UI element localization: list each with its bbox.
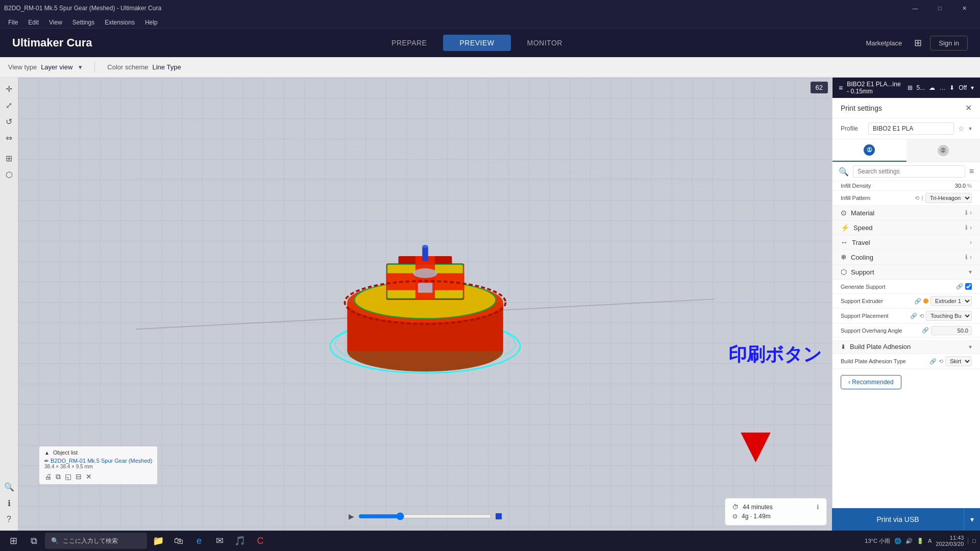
panel-spacer xyxy=(832,395,980,457)
support-extruder-row: Support Extruder 🔗 Extruder 1 xyxy=(832,294,980,309)
search-input[interactable] xyxy=(853,165,965,178)
grid-icon[interactable]: ⊞ xyxy=(914,37,922,48)
material-section-name: Material xyxy=(851,209,965,217)
tool-scale[interactable]: ⤢ xyxy=(2,98,16,112)
infill-pattern-link2[interactable]: ⟨ xyxy=(921,195,923,202)
start-button[interactable]: ⊞ xyxy=(4,532,22,550)
build-plate-icon: ⬇ xyxy=(841,343,846,350)
menu-view[interactable]: View xyxy=(45,18,66,27)
recommended-button[interactable]: ‹ Recommended xyxy=(841,375,901,389)
print-button-area: Print via USB ▾ xyxy=(832,508,980,531)
profile-star[interactable]: ☆ xyxy=(958,124,965,133)
taskbar-explorer[interactable]: 📁 xyxy=(149,532,167,550)
build-plate-link1[interactable]: 🔗 xyxy=(929,358,937,365)
material-chevron-icon[interactable]: › xyxy=(970,209,972,216)
tool-mirror[interactable]: ⇔ xyxy=(2,131,16,145)
menu-settings[interactable]: Settings xyxy=(68,18,99,27)
extruder-1-tab[interactable]: ① xyxy=(832,139,906,162)
material-usage-row: ⊙ 4g · 1.49m xyxy=(732,513,819,520)
taskbar-store[interactable]: 🛍 xyxy=(169,532,188,550)
cooling-section-header[interactable]: ❄ Cooling ℹ › xyxy=(832,250,980,265)
play-button[interactable]: ▶ xyxy=(349,512,354,520)
menu-help[interactable]: Help xyxy=(141,18,162,27)
3d-viewport[interactable]: 62 ▶ ▲ Object list ✏ B2DO_RM-01 Mk.5 Spu… xyxy=(18,78,832,531)
printer-chevron[interactable]: ▾ xyxy=(971,84,974,91)
support-extruder-select[interactable]: Extruder 1 xyxy=(930,296,972,306)
taskbar-edge[interactable]: e xyxy=(190,532,208,550)
layer-range-input[interactable] xyxy=(358,512,492,520)
view-type-label: View type xyxy=(8,63,37,71)
profile-input[interactable] xyxy=(868,122,954,135)
tool-help[interactable]: ? xyxy=(2,512,16,527)
object-tool-3[interactable]: ◱ xyxy=(65,472,71,481)
close-button[interactable]: ✕ xyxy=(952,0,976,16)
print-dropdown-button[interactable]: ▾ xyxy=(964,508,980,531)
marketplace-button[interactable]: Marketplace xyxy=(862,37,906,49)
infill-density-unit: % xyxy=(967,183,972,189)
taskbar-app1[interactable]: 🎵 xyxy=(231,532,249,550)
support-chevron-icon[interactable]: ▾ xyxy=(969,268,972,276)
taskbar-mail[interactable]: ✉ xyxy=(210,532,229,550)
material-section-header[interactable]: ⊙ Material ℹ › xyxy=(832,206,980,220)
speed-section-header[interactable]: ⚡ Speed ℹ › xyxy=(832,220,980,235)
maximize-button[interactable]: □ xyxy=(928,0,951,16)
build-plate-section-header[interactable]: ⬇ Build Plate Adhesion ▾ xyxy=(832,340,980,354)
object-tool-4[interactable]: ⊟ xyxy=(76,472,82,481)
taskbar-app2[interactable]: C xyxy=(251,532,270,550)
generate-support-link[interactable]: 🔗 xyxy=(956,283,963,290)
view-type-chevron[interactable]: ▾ xyxy=(79,63,82,71)
taskview-button[interactable]: ⧉ xyxy=(24,532,43,550)
settings-menu-icon[interactable]: ≡ xyxy=(969,167,974,176)
cooling-info-icon[interactable]: ℹ xyxy=(965,254,968,261)
speed-info-icon[interactable]: ℹ xyxy=(965,224,968,231)
object-tool-5[interactable]: ✕ xyxy=(86,472,92,481)
speed-chevron-icon[interactable]: › xyxy=(970,224,972,231)
tool-zoom-out[interactable]: 🔍 xyxy=(2,480,16,494)
signin-button[interactable]: Sign in xyxy=(930,36,968,51)
minimize-button[interactable]: — xyxy=(903,0,927,16)
profile-chevron[interactable]: ▾ xyxy=(969,125,972,132)
menu-extensions[interactable]: Extensions xyxy=(101,18,139,27)
tool-move[interactable]: ✛ xyxy=(2,82,16,96)
print-via-usb-button[interactable]: Print via USB xyxy=(832,508,964,531)
material-info-icon[interactable]: ℹ xyxy=(965,209,968,216)
object-tool-1[interactable]: 🖨 xyxy=(44,472,52,481)
profile-row: Profile ☆ ▾ xyxy=(832,118,980,139)
tool-rotate[interactable]: ↺ xyxy=(2,114,16,129)
tab-preview[interactable]: PREVIEW xyxy=(443,35,510,51)
extruder-2-tab[interactable]: ② xyxy=(906,139,981,162)
print-time-panel: ⏱ 44 minutes ℹ ⊙ 4g · 1.49m xyxy=(725,498,827,525)
taskbar-search[interactable]: 🔍 ここに入力して検索 xyxy=(45,533,147,549)
support-placement-link1[interactable]: 🔗 xyxy=(910,313,917,319)
app-logo: Ultimaker Cura xyxy=(12,36,92,49)
tab-monitor[interactable]: MONITOR xyxy=(511,35,579,51)
support-extruder-link[interactable]: 🔗 xyxy=(914,298,921,305)
build-plate-chevron-icon[interactable]: ▾ xyxy=(969,343,972,350)
settings-search: 🔍 ≡ xyxy=(832,162,980,181)
print-settings-close[interactable]: ✕ xyxy=(965,103,972,113)
support-section-header[interactable]: ⬡ Support ▾ xyxy=(832,265,980,280)
object-tool-2[interactable]: ⧉ xyxy=(56,472,61,481)
menu-edit[interactable]: Edit xyxy=(24,18,43,27)
tool-settings[interactable]: ⊞ xyxy=(2,151,16,165)
generate-support-checkbox[interactable] xyxy=(965,283,972,290)
build-plate-link2[interactable]: ⟲ xyxy=(939,358,943,365)
cura-text: Cura xyxy=(63,36,92,49)
cooling-chevron-icon[interactable]: › xyxy=(970,254,972,261)
build-plate-type-select[interactable]: Skirt xyxy=(945,356,972,366)
infill-pattern-select[interactable]: Tri-Hexagon xyxy=(925,193,972,203)
tool-info[interactable]: ℹ xyxy=(2,496,16,510)
menu-file[interactable]: File xyxy=(4,18,22,27)
support-overhang-link[interactable]: 🔗 xyxy=(922,327,929,334)
tool-support[interactable]: ⬡ xyxy=(2,167,16,182)
infill-pattern-link1[interactable]: ⟲ xyxy=(915,195,919,202)
print-time-info-icon[interactable]: ℹ xyxy=(817,504,819,511)
support-placement-select[interactable]: Touching Buil... xyxy=(926,311,972,321)
support-placement-link2[interactable]: ⟲ xyxy=(919,313,924,319)
tab-prepare[interactable]: PREPARE xyxy=(375,35,443,51)
taskbar-show-desktop[interactable]: □ xyxy=(968,538,976,544)
travel-section-header[interactable]: ↔ Travel › xyxy=(832,235,980,250)
print-settings-title: Print settings xyxy=(841,104,882,112)
cooling-icon: ❄ xyxy=(841,253,847,261)
travel-chevron-icon[interactable]: › xyxy=(970,239,972,246)
